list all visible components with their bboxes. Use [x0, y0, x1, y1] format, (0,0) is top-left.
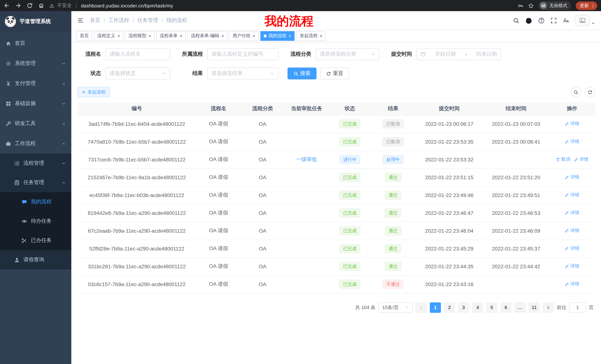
view-tab[interactable]: 首页 [77, 31, 92, 41]
header-search-icon[interactable] [513, 17, 519, 24]
column-header: 当前审批任务 [284, 102, 329, 115]
detail-link[interactable]: 详情 [565, 263, 579, 269]
sidebar-item-workflow[interactable]: 工作流程 [0, 134, 71, 153]
page-size-select[interactable]: 10条/页 [379, 302, 413, 313]
cell-result: 通过 [371, 222, 415, 240]
view-tab[interactable]: 流程定义× [94, 31, 123, 41]
close-icon[interactable]: × [148, 34, 151, 38]
start-date-placeholder: 开始日期 [435, 51, 456, 57]
breadcrumb-item[interactable]: 工作流程 [109, 17, 129, 24]
reload-icon[interactable] [27, 3, 33, 9]
update-button[interactable]: 更新 [576, 1, 597, 10]
page-button-6[interactable]: 6 [500, 302, 511, 313]
view-tab[interactable]: 我的流程× [260, 31, 295, 41]
status-badge: 已完成 [340, 191, 360, 200]
result-select[interactable]: 请选择流结果 [207, 67, 279, 79]
detail-link[interactable]: 详情 [574, 156, 588, 163]
close-icon[interactable]: × [252, 34, 255, 38]
process-name-input[interactable]: 请输入流程名 [105, 48, 170, 60]
bookmark-star-icon[interactable] [528, 3, 534, 8]
reset-button[interactable]: 重置 [320, 67, 349, 79]
table-header-row: 编号流程名流程分类当前审批任务状态结果提交时间结束时间操作 [77, 102, 595, 115]
detail-link[interactable]: 详情 [565, 192, 579, 198]
view-tab[interactable]: 流程表单× [156, 31, 186, 41]
help-icon[interactable] [538, 17, 545, 24]
security-label[interactable]: 不安全 [57, 2, 72, 9]
sidebar-item-todo-task[interactable]: 待办任务 [0, 211, 71, 231]
sidebar-item-infrastructure[interactable]: 基础设施 [0, 94, 71, 114]
page-button-4[interactable]: 4 [472, 302, 483, 313]
sidebar-item-home[interactable]: 首页 [0, 33, 71, 53]
fullscreen-icon[interactable] [551, 17, 557, 24]
detail-link[interactable]: 详情 [565, 210, 579, 216]
sidebar-item-done-task[interactable]: 已办任务 [0, 231, 71, 250]
app-logo[interactable]: 芋道管理系统 [0, 11, 71, 32]
cancel-link[interactable]: 取消 [556, 156, 570, 163]
breadcrumb-item[interactable]: 任务管理 [137, 17, 158, 24]
cell-id: 3ad174fb-7b9d-11ec-8404-acde48001122 [77, 115, 196, 133]
sidebar-item-leave-query[interactable]: 请假查询 [0, 250, 71, 269]
action-label: 详情 [570, 228, 579, 234]
detail-link[interactable]: 详情 [565, 174, 579, 181]
refresh-table-button[interactable] [585, 87, 595, 97]
close-icon[interactable]: × [320, 34, 322, 38]
jump-page-input[interactable]: 1 [570, 302, 586, 313]
sidebar-item-process-management[interactable]: 流程管理 [0, 153, 71, 173]
detail-link[interactable]: 详情 [565, 281, 579, 287]
forward-icon[interactable] [15, 3, 21, 9]
close-icon[interactable]: × [221, 34, 224, 38]
detail-link[interactable]: 详情 [565, 121, 579, 127]
cell-id: 331bc281-7b9a-11ec-a290-acde48001122 [77, 258, 196, 275]
result-badge: 通过 [385, 226, 401, 235]
key-icon[interactable] [518, 3, 523, 8]
page-button-2[interactable]: 2 [444, 302, 455, 313]
sidebar-item-task-management[interactable]: 任务管理 [0, 173, 71, 192]
github-icon[interactable] [525, 17, 532, 24]
page-button-3[interactable]: 3 [458, 302, 469, 313]
current-task-link[interactable]: 一级审批 [296, 156, 317, 162]
process-def-placeholder: 请输入流程定义的编号 [211, 51, 263, 57]
back-icon[interactable] [4, 3, 10, 9]
page-button-11[interactable]: 11 [529, 302, 540, 313]
list-icon [14, 161, 20, 166]
create-process-button[interactable]: 发起流程 [77, 87, 110, 97]
sidebar-item-my-process[interactable]: 我的流程 [0, 192, 71, 211]
sidebar-item-payment[interactable]: 支付管理 [0, 74, 71, 94]
sidebar-item-system[interactable]: 系统管理 [0, 53, 71, 74]
detail-link[interactable]: 详情 [565, 139, 579, 145]
page-button-1[interactable]: 1 [430, 302, 441, 313]
detail-link[interactable]: 详情 [565, 245, 579, 252]
more-pages-icon[interactable]: … [514, 302, 526, 313]
prev-page-button[interactable] [416, 302, 427, 313]
view-tab[interactable]: 用户分组× [229, 31, 259, 41]
sidebar-toggle-icon[interactable] [77, 18, 84, 23]
breadcrumb-item[interactable]: 首页 [90, 17, 100, 24]
view-tab[interactable]: 流程表单-编辑× [188, 31, 227, 41]
submit-time-range-picker[interactable]: 开始日期 - 结束日期 [416, 48, 501, 60]
close-icon[interactable]: × [288, 34, 291, 38]
user-avatar[interactable] [575, 15, 595, 26]
menu-dots-icon[interactable] [591, 3, 595, 8]
category-select[interactable]: 请选择流程分类 [316, 48, 379, 60]
font-size-icon[interactable] [563, 17, 569, 24]
search-button[interactable]: 搜索 [288, 67, 316, 79]
next-page-button[interactable] [543, 302, 554, 313]
browser-home-icon[interactable] [38, 3, 44, 9]
view-tab[interactable]: 发起流程× [296, 31, 326, 41]
breadcrumb-item[interactable]: 我的流程 [166, 17, 187, 24]
detail-link[interactable]: 详情 [565, 228, 579, 234]
page-button-5[interactable]: 5 [486, 302, 497, 313]
status-select[interactable]: 请选择状态 [105, 67, 170, 79]
toggle-search-button[interactable] [571, 87, 581, 97]
close-icon[interactable]: × [117, 34, 120, 38]
status-badge: 已完成 [340, 209, 360, 217]
cell-actions: 详情 [549, 186, 595, 204]
sidebar-item-dev-tools[interactable]: 研发工具 [0, 114, 71, 134]
url-text[interactable]: dashboard.yudao.iocoder.cn/bpm/task/my [81, 3, 173, 8]
address-bar[interactable]: 不安全 dashboard.yudao.iocoder.cn/bpm/task/… [50, 2, 518, 9]
close-icon[interactable]: × [180, 34, 182, 38]
process-def-input[interactable]: 请输入流程定义的编号 [207, 48, 279, 60]
incognito-badge[interactable]: 无痕模式 [539, 1, 571, 10]
page-buttons: 123456…11 [430, 302, 540, 313]
view-tab[interactable]: 流程模型× [125, 31, 155, 41]
